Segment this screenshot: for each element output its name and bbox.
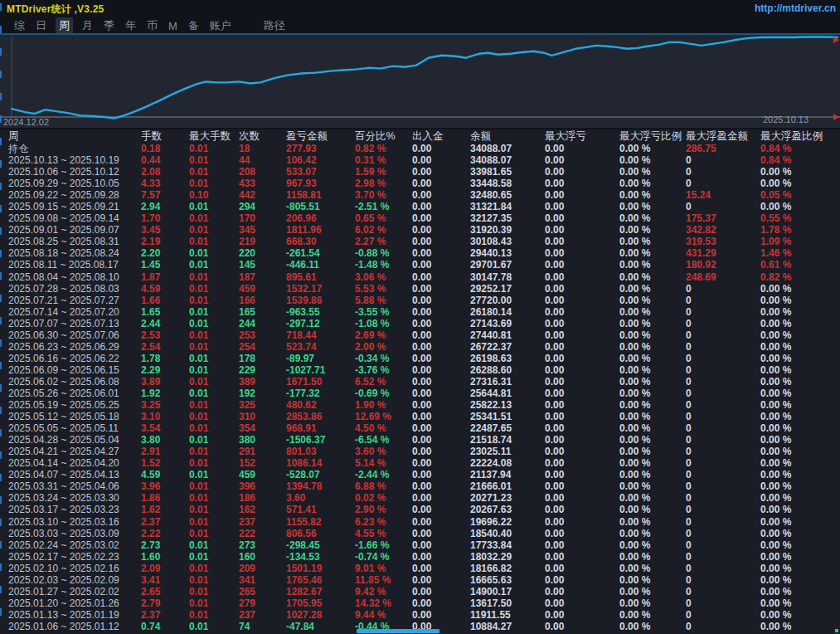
- row-period-label[interactable]: 2025.05.26 ~ 2025.06.01: [8, 388, 141, 399]
- menu-item-日[interactable]: 日: [34, 17, 48, 34]
- cell-inout: 0.00: [412, 551, 470, 563]
- row-period-label[interactable]: 2025.04.21 ~ 2025.04.27: [8, 446, 141, 457]
- row-period-label[interactable]: 2025.04.14 ~ 2025.04.20: [8, 457, 141, 469]
- cell-max-drawdown: 0.00: [545, 353, 619, 364]
- row-period-label[interactable]: 2025.09.22 ~ 2025.09.28: [8, 189, 141, 201]
- cell-trades: 389: [239, 376, 286, 388]
- menu-item-备[interactable]: 备: [187, 17, 201, 34]
- x-axis-start-date: 2024.12.02: [3, 117, 49, 127]
- row-period-label[interactable]: 2025.08.04 ~ 2025.08.10: [8, 271, 141, 283]
- cell-max-drawdown: 0.00: [545, 388, 619, 399]
- cell-max-lots: 0.01: [189, 318, 239, 329]
- cell-max-lots: 0.01: [189, 388, 239, 399]
- row-period-label[interactable]: 2025.09.29 ~ 2025.10.05: [8, 178, 141, 189]
- cell-max-float-profit: 175.37: [686, 212, 760, 224]
- row-period-label[interactable]: 2025.06.16 ~ 2025.06.22: [8, 353, 141, 364]
- cell-max-float-profit-pct: 0.00 %: [760, 551, 840, 563]
- row-period-label[interactable]: 2025.02.24 ~ 2025.03.02: [8, 539, 141, 551]
- cell-pct: 9.01 %: [355, 563, 412, 574]
- cell-trades: 433: [239, 178, 286, 189]
- menu-item-综[interactable]: 综: [12, 17, 27, 34]
- cell-lots: 1.92: [141, 388, 189, 399]
- row-period-label[interactable]: 2025.10.13 ~ 2025.10.19: [8, 154, 141, 166]
- cell-max-float-profit-pct: 0.00 %: [760, 166, 840, 178]
- row-period-label[interactable]: 2025.05.05 ~ 2025.05.11: [8, 422, 141, 434]
- cell-balance: 14900.17: [470, 586, 545, 597]
- cell-max-lots: 0.01: [189, 306, 239, 318]
- row-period-label[interactable]: 2025.07.07 ~ 2025.07.13: [8, 318, 141, 329]
- cell-max-drawdown: 0.00: [545, 597, 619, 609]
- row-period-label[interactable]: 2025.01.27 ~ 2025.02.02: [8, 586, 141, 597]
- cell-pnl: 523.74: [286, 341, 355, 353]
- cell-balance: 20267.63: [470, 504, 545, 515]
- cell-lots: 2.91: [141, 446, 189, 457]
- horizontal-scrollbar-thumb[interactable]: [357, 629, 439, 633]
- row-period-label[interactable]: 2025.01.13 ~ 2025.01.19: [8, 609, 141, 621]
- cell-max-float-profit-pct: 0.00 %: [760, 516, 840, 528]
- cell-balance: 29252.17: [470, 283, 545, 295]
- row-period-label[interactable]: 2025.02.03 ~ 2025.02.09: [8, 574, 141, 586]
- row-period-label[interactable]: 2025.03.10 ~ 2025.03.16: [8, 516, 141, 528]
- row-period-label[interactable]: 2025.05.19 ~ 2025.05.25: [8, 399, 141, 411]
- cell-lots: 4.33: [141, 178, 189, 189]
- menu-item-周[interactable]: 周: [56, 17, 73, 34]
- row-period-label[interactable]: 2025.04.07 ~ 2025.04.13: [8, 469, 141, 480]
- cell-pnl: -261.54: [286, 247, 355, 259]
- cell-trades: 187: [239, 271, 286, 283]
- row-period-label[interactable]: 2025.07.14 ~ 2025.07.20: [8, 306, 141, 318]
- row-period-label[interactable]: 2025.01.06 ~ 2025.01.12: [8, 621, 141, 632]
- row-period-label[interactable]: 2025.07.21 ~ 2025.07.27: [8, 295, 141, 306]
- app-window: MTDriver统计 ,V3.25 http://mtdriver.cn 综日周…: [0, 0, 840, 634]
- cell-pnl: -177.32: [286, 388, 355, 399]
- cell-max-float-profit-pct: 0.00 %: [760, 329, 840, 341]
- menu-item-月[interactable]: 月: [80, 17, 95, 34]
- row-period-label[interactable]: 2025.06.02 ~ 2025.06.08: [8, 376, 141, 388]
- site-url-link[interactable]: http://mtdriver.cn: [755, 2, 836, 14]
- cell-max-float-profit: 0: [686, 492, 760, 504]
- row-period-label[interactable]: 2025.07.28 ~ 2025.08.03: [8, 283, 141, 295]
- cell-max-drawdown-pct: 0.00 %: [619, 551, 686, 563]
- row-label-holding[interactable]: 持仓: [8, 143, 141, 154]
- row-period-label[interactable]: 2025.02.10 ~ 2025.02.16: [8, 563, 141, 574]
- cell-max-drawdown-pct: 0.00 %: [619, 271, 686, 283]
- row-period-label[interactable]: 2025.08.18 ~ 2025.08.24: [8, 247, 141, 259]
- row-period-label[interactable]: 2025.02.17 ~ 2025.02.23: [8, 551, 141, 563]
- cell-trades: 244: [239, 318, 286, 329]
- menu-item-账户[interactable]: 账户: [208, 17, 233, 34]
- row-period-label[interactable]: 2025.06.23 ~ 2025.06.29: [8, 341, 141, 353]
- row-period-label[interactable]: 2025.05.12 ~ 2025.05.18: [8, 411, 141, 422]
- cell-pct: 1.90 %: [355, 399, 412, 411]
- row-period-label[interactable]: 2025.03.17 ~ 2025.03.23: [8, 504, 141, 515]
- row-period-label[interactable]: 2025.01.20 ~ 2025.01.26: [8, 597, 141, 609]
- cell-balance: 23025.11: [470, 446, 545, 457]
- row-period-label[interactable]: 2025.03.24 ~ 2025.03.30: [8, 492, 141, 504]
- row-period-label[interactable]: 2025.09.01 ~ 2025.09.07: [8, 224, 141, 236]
- cell-max-lots: 0.01: [189, 353, 239, 364]
- row-period-label[interactable]: 2025.08.25 ~ 2025.08.31: [8, 236, 141, 247]
- row-period-label[interactable]: 2025.03.31 ~ 2025.04.06: [8, 480, 141, 492]
- cell-max-float-profit: 0: [686, 154, 760, 166]
- menu-item-年[interactable]: 年: [124, 17, 138, 34]
- cell-max-drawdown-pct: 0.00 %: [619, 563, 686, 574]
- cell-pct: -3.55 %: [355, 306, 412, 318]
- menu-item-币[interactable]: 币: [145, 17, 159, 34]
- cell-balance: 33448.58: [470, 178, 545, 189]
- row-period-label[interactable]: 2025.03.03 ~ 2025.03.09: [8, 528, 141, 539]
- cell-balance: 25822.13: [470, 399, 545, 411]
- menu-item-path[interactable]: 路径: [262, 17, 287, 34]
- cell-max-drawdown-pct: 0.00 %: [619, 469, 686, 480]
- cell-max-drawdown-pct: 0.00 %: [619, 597, 686, 609]
- row-period-label[interactable]: 2025.08.11 ~ 2025.08.17: [8, 259, 141, 271]
- row-period-label[interactable]: 2025.09.15 ~ 2025.09.21: [8, 201, 141, 212]
- cell-max-float-profit: 0: [686, 341, 760, 353]
- cell-pnl: 277.93: [286, 143, 355, 154]
- row-period-label[interactable]: 2025.04.28 ~ 2025.05.04: [8, 434, 141, 446]
- row-period-label[interactable]: 2025.10.06 ~ 2025.10.12: [8, 166, 141, 178]
- menu-item-M[interactable]: M: [167, 19, 179, 33]
- row-period-label[interactable]: 2025.06.30 ~ 2025.07.06: [8, 329, 141, 341]
- cell-max-lots: 0.01: [189, 329, 239, 341]
- menu-item-季[interactable]: 季: [102, 17, 116, 34]
- row-period-label[interactable]: 2025.06.09 ~ 2025.06.15: [8, 364, 141, 376]
- column-header-8: 最大浮亏: [545, 130, 619, 142]
- row-period-label[interactable]: 2025.09.08 ~ 2025.09.14: [8, 212, 141, 224]
